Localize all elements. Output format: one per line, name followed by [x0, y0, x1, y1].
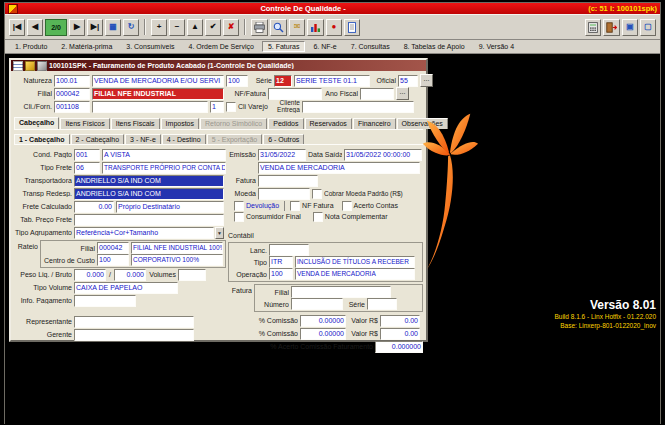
ano-fiscal-field[interactable] — [360, 88, 394, 100]
menu-item-nfe[interactable]: 6. NF-e — [307, 41, 342, 52]
browse-button[interactable]: ▦ — [105, 19, 121, 36]
peso-liquido-field[interactable]: 0.000 — [74, 269, 106, 281]
chevron-down-icon[interactable]: ▼ — [215, 227, 224, 239]
oficial-field[interactable]: 55 — [398, 75, 418, 87]
menu-item-consultas[interactable]: 7. Consultas — [345, 41, 396, 52]
nf-fatura-checkbox[interactable] — [290, 201, 300, 211]
lanc-field[interactable] — [269, 244, 309, 256]
faturamento-titlebar[interactable]: 100101SPK - Faturamento de Produto Acaba… — [11, 60, 426, 71]
tab-reservados[interactable]: Reservados — [305, 118, 352, 129]
menu-item-produto[interactable]: 1. Produto — [9, 41, 53, 52]
document-button[interactable] — [344, 19, 360, 36]
serie-code-field[interactable]: 12 — [274, 75, 292, 87]
wrench-icon[interactable] — [37, 61, 47, 71]
nav-last-button[interactable]: ▶| — [87, 19, 103, 36]
nav-prev-button[interactable]: ◀ — [27, 19, 43, 36]
cobrar-moeda-checkbox[interactable] — [312, 189, 322, 199]
valor2-field[interactable]: 0.00 — [380, 328, 420, 340]
confirm-button[interactable]: ✔ — [205, 19, 221, 36]
comissao2-field[interactable]: 0.00000 — [300, 328, 346, 340]
tipo-frete-code-field[interactable]: 06 — [74, 162, 100, 174]
subtab-1-cabecalho[interactable]: 1 - Cabeçalho — [14, 134, 70, 144]
centro-custo-code-field[interactable]: 100 — [97, 254, 129, 266]
cli-forn-name-field[interactable] — [92, 101, 208, 113]
filial-desc-field[interactable]: FILIAL NFE INDUSTRIAL — [92, 88, 224, 100]
tab-impostos[interactable]: Impostos — [161, 118, 199, 129]
nav-next-button[interactable]: ▶ — [69, 19, 85, 36]
menu-item-tabelas-de-apoio[interactable]: 8. Tabelas de Apoio — [398, 41, 471, 52]
tipo-agrupamento-field[interactable]: Referência+Cor+Tamanho — [74, 227, 214, 239]
menu-item-versao-4[interactable]: 9. Versão 4 — [473, 41, 520, 52]
natureza-extra-field[interactable]: 100 — [226, 75, 248, 87]
centro-custo-desc-field[interactable]: CORPORATIVO 100% — [131, 254, 223, 266]
delete-record-button[interactable]: − — [169, 19, 185, 36]
contabil-tipo-code-field[interactable]: ITR — [269, 256, 293, 268]
record-button[interactable]: ● — [326, 19, 342, 36]
fatura-serie-field[interactable] — [367, 298, 397, 310]
fatura-filial-field[interactable] — [291, 286, 391, 298]
cliente-entrega-field[interactable] — [302, 101, 414, 113]
menu-item-materia-prima[interactable]: 2. Matéria-prima — [55, 41, 118, 52]
transp-redesp-field[interactable]: ANDRIELLO S/A IND COM — [74, 188, 224, 200]
representante-field[interactable] — [74, 316, 194, 328]
menu-item-faturas[interactable]: 5. Faturas — [262, 41, 306, 52]
tile-windows-button[interactable]: ▢ — [640, 19, 656, 36]
oficial-lookup-button[interactable]: ... — [420, 74, 433, 87]
operacao-desc-field[interactable]: VENDA DE MERCADORIA — [295, 268, 415, 280]
consumidor-final-checkbox[interactable] — [234, 212, 244, 222]
nf-fatura-field[interactable] — [268, 88, 322, 100]
fatura-field[interactable] — [258, 175, 318, 187]
subtab-3-nfe[interactable]: 3 - NF-e — [125, 134, 161, 144]
edit-record-button[interactable]: ▲ — [187, 19, 203, 36]
grid-icon[interactable] — [13, 61, 23, 71]
natureza-code-field[interactable]: 100.01 — [54, 75, 90, 87]
info-pagamento-field[interactable] — [74, 295, 136, 307]
tab-itens-fisicos[interactable]: Itens Físicos — [60, 118, 109, 129]
titlebar[interactable]: Controle De Qualidade - (c: 51 I: 100101… — [5, 3, 660, 14]
cascade-windows-button[interactable]: ▣ — [622, 19, 638, 36]
chart-button[interactable] — [307, 19, 324, 36]
subtab-4-destino[interactable]: 4 - Destino — [162, 134, 206, 144]
volumes-field[interactable] — [178, 269, 206, 281]
subtab-2-cabecalho[interactable]: 2 - Cabeçalho — [71, 134, 125, 144]
frete-calculado-field[interactable]: 0.00 — [74, 201, 114, 213]
menu-item-ordem-de-servico[interactable]: 4. Ordem De Serviço — [183, 41, 260, 52]
add-record-button[interactable]: + — [151, 19, 167, 36]
comissao1-field[interactable]: 0.00000 — [300, 315, 346, 327]
operacao-code-field[interactable]: 100 — [269, 268, 293, 280]
transportadora-field[interactable]: ANDRIELLO S/A IND COM — [74, 175, 224, 187]
rateio-filial-code-field[interactable]: 000042 — [97, 242, 129, 254]
cond-pagto-code-field[interactable]: 001 — [74, 149, 100, 161]
filial-code-field[interactable]: 000042 — [54, 88, 90, 100]
tipo-venda-field[interactable]: VENDA DE MERCADORIA — [258, 162, 420, 174]
acerto-comissao-field[interactable]: 0.000000 — [375, 341, 423, 353]
cond-pagto-desc-field[interactable]: A VISTA — [102, 149, 226, 161]
peso-bruto-field[interactable]: 0.000 — [114, 269, 146, 281]
tab-itens-fiscais[interactable]: Itens Fiscais — [111, 118, 160, 129]
numero-field[interactable] — [291, 298, 343, 310]
tipo-volume-field[interactable]: CAIXA DE PAPELAO — [74, 282, 178, 294]
cancel-button[interactable]: ✘ — [223, 19, 239, 36]
contabil-tipo-desc-field[interactable]: INCLUSÃO DE TÍTULOS A RECEBER — [295, 256, 415, 268]
calculator-button[interactable] — [585, 19, 601, 36]
tab-cabecalho[interactable]: Cabeçalho — [14, 117, 59, 129]
menu-item-consumiveis[interactable]: 3. Consumíveis — [120, 41, 180, 52]
emissao-field[interactable]: 31/05/2022 — [258, 149, 306, 161]
serie-desc-field[interactable]: SERIE TESTE 01.1 — [294, 75, 370, 87]
key-icon[interactable] — [25, 61, 35, 71]
natureza-desc-field[interactable]: VENDA DE MERCADORIA E/OU SERVI — [92, 75, 224, 87]
subtab-5-exportacao[interactable]: 5 - Exportação — [207, 134, 263, 144]
cli-forn-code-field[interactable]: 001108 — [54, 101, 90, 113]
subtab-6-outros[interactable]: 6 - Outros — [263, 134, 304, 144]
tab-retorno-simbolico[interactable]: Retorno Simbólico — [200, 118, 267, 129]
cli-varejo-checkbox[interactable] — [226, 102, 236, 112]
mail-button[interactable]: ✉ — [289, 19, 305, 36]
print-button[interactable] — [251, 19, 268, 36]
valor1-field[interactable]: 0.00 — [380, 315, 420, 327]
tab-preco-frete-field[interactable] — [74, 214, 224, 226]
tab-pedidos[interactable]: Pedidos — [268, 118, 303, 129]
refresh-button[interactable]: ↻ — [123, 19, 139, 36]
devolucao-checkbox[interactable] — [234, 201, 244, 211]
acerto-contas-checkbox[interactable] — [342, 201, 352, 211]
tipo-frete-desc-field[interactable]: TRANSPORTE PRÓPRIO POR CONTA D — [102, 162, 226, 174]
